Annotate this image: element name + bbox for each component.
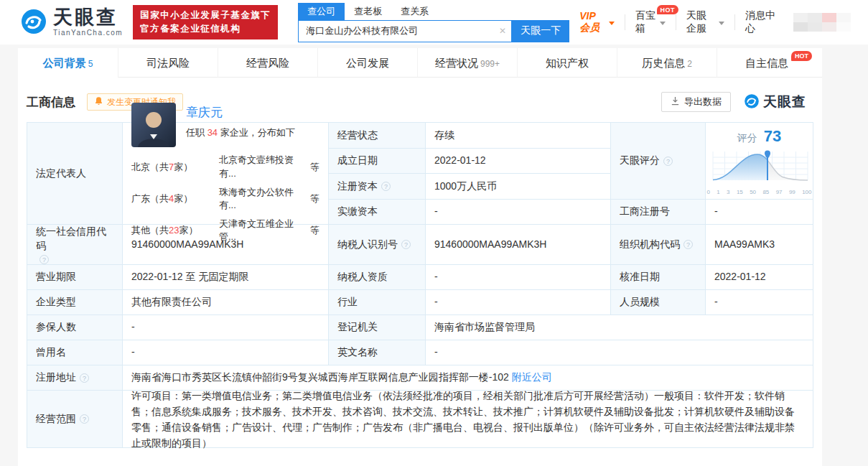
field-value-industry: -: [426, 290, 611, 315]
tab-history-info[interactable]: 历史信息2: [617, 48, 717, 78]
dist-company-link[interactable]: 北京奇文壹纬投资有...: [219, 154, 302, 180]
field-value-registered-capital: 1000万人民币: [426, 174, 611, 200]
field-value-approval-date: 2022-01-12: [706, 265, 813, 290]
toolbox-label: 百宝箱: [635, 9, 656, 35]
badge-line-2: 官方备案企业征信机构: [140, 22, 271, 36]
badge-line-1: 国家中小企业发展子基金旗下: [140, 9, 271, 22]
score-distribution-chart: [707, 149, 812, 187]
score-value: 73: [764, 126, 781, 148]
field-value-paid-capital: -: [426, 200, 611, 225]
help-icon[interactable]: ?: [663, 157, 673, 166]
help-icon[interactable]: ?: [80, 373, 89, 383]
field-label-industry: 行业: [329, 290, 426, 315]
vip-label: VIP会员: [579, 10, 605, 34]
field-label-former-name: 曾用名: [27, 340, 123, 365]
chevron-down-icon: [719, 22, 724, 25]
tianyancha-logo[interactable]: 天眼查 TianYanCha.com: [20, 8, 123, 37]
help-icon[interactable]: ?: [381, 182, 391, 191]
censored-user-avatar[interactable]: [793, 13, 851, 32]
search-input[interactable]: [298, 20, 512, 42]
field-label-registration-number: 工商注册号: [611, 200, 706, 225]
field-label-registered-capital: 注册资本?: [329, 174, 426, 200]
official-credential-badge: 国家中小企业发展子基金旗下 官方备案企业征信机构: [133, 5, 278, 40]
help-icon[interactable]: ?: [401, 240, 411, 249]
help-icon[interactable]: ?: [39, 255, 49, 264]
export-data-button[interactable]: 导出数据: [661, 92, 731, 112]
top-menu: VIP会员 HOT 百宝箱 天眼企服 消息中心: [569, 13, 851, 32]
tab-self-info[interactable]: 自主信息 HOT: [717, 48, 816, 78]
field-value-former-name: -: [123, 340, 329, 365]
field-value-org-code: MAA99AMK3: [706, 225, 813, 265]
field-value-staff-size: -: [706, 290, 813, 315]
tab-intellectual-property[interactable]: 知识产权: [517, 48, 617, 78]
tab-operation-status[interactable]: 经营状况999+: [417, 48, 517, 78]
dist-company-link[interactable]: 珠海奇文办公软件有...: [219, 186, 302, 212]
menu-toolbox[interactable]: HOT 百宝箱: [625, 14, 676, 30]
field-value-company-type: 其他有限责任公司: [123, 290, 329, 315]
legal-rep-name-link[interactable]: 章庆元: [186, 106, 295, 120]
field-label-taxpayer-quality: 纳税人资质: [329, 265, 426, 290]
help-icon[interactable]: ?: [683, 240, 693, 249]
tab-count: 2: [687, 59, 692, 69]
company-nav-tabs: 公司背景5 司法风险 经营风险 公司发展 经营状况999+ 知识产权 历史信息2…: [18, 48, 822, 78]
bell-icon: [94, 96, 103, 108]
field-label-staff-size: 人员规模: [611, 290, 706, 315]
field-label-status: 经营状态: [329, 123, 426, 149]
field-label-approval-date: 核准日期: [611, 265, 706, 290]
search-tab-boss[interactable]: 查老板: [345, 3, 391, 20]
tianyancha-watermark-icon: [744, 93, 760, 111]
hot-badge: HOT: [657, 5, 679, 14]
field-value-established-date: 2022-01-12: [426, 149, 611, 174]
field-label-insured-count: 参保人数: [27, 315, 123, 340]
top-header: 天眼查 TianYanCha.com 国家中小企业发展子基金旗下 官方备案企业征…: [0, 0, 868, 45]
field-value-status: 存续: [426, 123, 611, 149]
tianyancha-logo-icon: [20, 8, 47, 37]
field-value-insured-count: -: [123, 315, 329, 340]
field-label-english-name: 英文名称: [329, 340, 426, 365]
tab-count: 999+: [480, 59, 500, 69]
search-input-wrap: ✕: [298, 20, 512, 42]
tab-company-background[interactable]: 公司背景5: [18, 48, 118, 78]
field-value-english-name: -: [426, 340, 813, 365]
tianyan-score-widget[interactable]: 评分 73: [706, 123, 813, 200]
hot-badge: HOT: [791, 51, 812, 61]
tab-operation-risk[interactable]: 经营风险: [218, 48, 317, 78]
dist-etc: 等: [310, 161, 319, 174]
search-button[interactable]: 天眼一下: [512, 20, 569, 42]
field-label-company-type: 企业类型: [27, 290, 123, 315]
nav-tabs-filler: [816, 48, 822, 78]
search-tab-relation[interactable]: 查关系: [391, 3, 438, 20]
logo-title: 天眼查: [53, 8, 123, 27]
field-label-legal-representative: 法定代表人: [27, 123, 123, 225]
legal-rep-tenure: 任职 34 家企业，分布如下: [186, 126, 295, 139]
field-value-taxpayer-id: 91460000MAA99AMK3H: [426, 225, 611, 265]
field-value-taxpayer-quality: -: [426, 265, 611, 290]
business-info-table: 法定代表人 章庆元 任职: [27, 122, 813, 448]
field-label-established-date: 成立日期: [329, 149, 426, 174]
dist-etc: 等: [310, 192, 319, 205]
score-axis-labels: 0131550859799100: [707, 188, 812, 196]
nearby-companies-link[interactable]: 附近公司: [512, 371, 552, 385]
help-icon[interactable]: ?: [80, 414, 89, 424]
field-value-business-scope: 许可项目：第一类增值电信业务；第二类增值电信业务（依法须经批准的项目，经相关部门…: [123, 391, 813, 448]
tenure-count: 34: [207, 127, 218, 138]
clear-search-icon[interactable]: ✕: [499, 26, 506, 36]
field-value-business-term: 2022-01-12 至 无固定期限: [123, 265, 329, 290]
section-title: 工商信息: [27, 94, 75, 111]
download-icon: [671, 96, 680, 108]
search-tab-company[interactable]: 查公司: [298, 3, 345, 20]
field-label-business-term: 营业期限: [27, 265, 123, 290]
menu-message-center[interactable]: 消息中心: [734, 14, 786, 30]
tab-judicial-risk[interactable]: 司法风险: [118, 48, 218, 78]
field-label-registration-authority: 登记机关: [329, 315, 426, 340]
tab-company-development[interactable]: 公司发展: [317, 48, 417, 78]
legal-rep-photo[interactable]: [131, 103, 176, 147]
field-label-org-code: 组织机构代码?: [611, 225, 706, 265]
menu-enterprise-service[interactable]: 天眼企服: [676, 14, 734, 30]
legal-representative-cell: 章庆元 任职 34 家企业，分布如下 北京（共7家） 北京奇文壹纬投资有... …: [123, 123, 329, 225]
field-label-business-scope: 经营范围?: [27, 391, 123, 448]
tianyancha-watermark: 天眼查: [744, 93, 806, 111]
menu-vip[interactable]: VIP会员: [569, 14, 625, 30]
watermark-text: 天眼查: [763, 93, 806, 111]
search-block: 查公司 查老板 查关系 ✕ 天眼一下: [298, 3, 569, 42]
